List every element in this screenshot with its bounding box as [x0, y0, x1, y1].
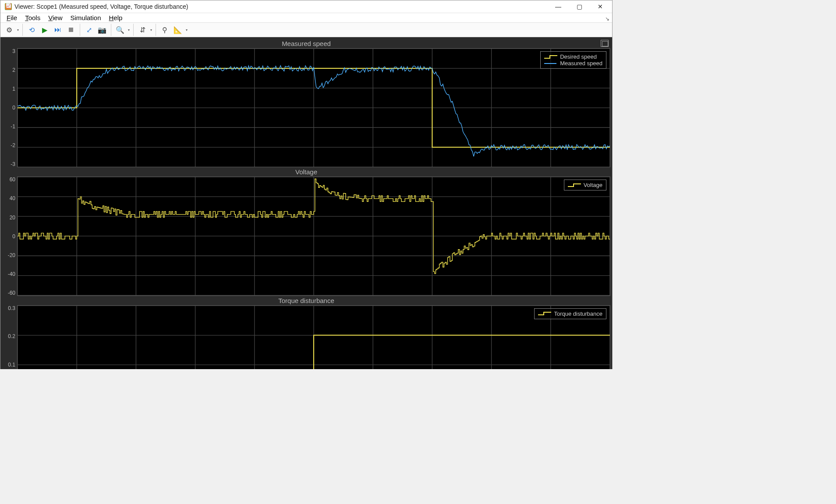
- measurements-icon[interactable]: 📐: [172, 24, 184, 36]
- plots-container: Measured speed 3210-1-2-3 Desired speed …: [0, 37, 612, 369]
- legend-3: Torque disturbance: [534, 308, 606, 319]
- panel-measured-speed: Measured speed 3210-1-2-3 Desired speed …: [2, 39, 610, 167]
- yaxis-1: 3210-1-2-3: [2, 48, 17, 167]
- legend-voltage: Voltage: [584, 182, 602, 188]
- menu-overflow-icon[interactable]: ↘: [605, 16, 609, 22]
- plot-area-1[interactable]: Desired speed Measured speed: [17, 48, 610, 167]
- maximize-button[interactable]: ▢: [569, 0, 589, 13]
- triggers-icon[interactable]: ⚲: [159, 24, 171, 36]
- yaxis-3: 0.30.20.10-0.1: [2, 305, 17, 369]
- plot-area-3[interactable]: Torque disturbance: [17, 305, 610, 369]
- play-icon[interactable]: ▶: [39, 24, 51, 36]
- plot-title-2: Voltage: [2, 167, 610, 176]
- legend-desired: Desired speed: [560, 53, 597, 60]
- menu-help[interactable]: Help: [106, 13, 126, 22]
- restart-icon[interactable]: ⟲: [25, 24, 38, 36]
- cursor-measure-icon[interactable]: ⤢: [83, 24, 95, 36]
- scope-window: Viewer: Scope1 (Measured speed, Voltage,…: [0, 0, 613, 369]
- yaxis-2: 6040200-20-40-60: [2, 176, 17, 296]
- legend-1: Desired speed Measured speed: [540, 51, 606, 69]
- panel-voltage: Voltage 6040200-20-40-60 Voltage: [2, 167, 610, 296]
- titlebar: Viewer: Scope1 (Measured speed, Voltage,…: [0, 0, 612, 13]
- zoom-icon[interactable]: 🔍: [114, 24, 126, 36]
- gear-icon[interactable]: ⚙: [3, 24, 15, 36]
- close-button[interactable]: ✕: [590, 0, 610, 13]
- menu-tools[interactable]: Tools: [21, 13, 44, 22]
- matlab-icon: [5, 3, 12, 10]
- plot-area-2[interactable]: Voltage: [17, 176, 610, 296]
- minimize-button[interactable]: —: [548, 0, 568, 13]
- menu-simulation[interactable]: Simulation: [67, 13, 104, 22]
- legend-measured: Measured speed: [560, 60, 602, 67]
- step-forward-icon[interactable]: ⏭: [52, 24, 64, 36]
- panel-torque: Torque disturbance 0.30.20.10-0.1 Torque…: [2, 296, 610, 369]
- plot-title-3: Torque disturbance: [2, 296, 610, 305]
- maximize-axes-icon[interactable]: [601, 40, 609, 47]
- legend-torque: Torque disturbance: [554, 310, 602, 317]
- camera-icon[interactable]: 📷: [96, 24, 108, 36]
- window-title: Viewer: Scope1 (Measured speed, Voltage,…: [14, 3, 548, 10]
- stop-icon[interactable]: ⏹: [65, 24, 77, 36]
- plot-title-1: Measured speed: [2, 39, 610, 48]
- menu-file[interactable]: File: [3, 13, 21, 22]
- menu-view[interactable]: View: [45, 13, 66, 22]
- menubar: File Tools View Simulation Help ↘: [0, 13, 612, 23]
- toolbar: ⚙ ⟲ ▶ ⏭ ⏹ ⤢ 📷 🔍 ⇵ ⚲ 📐: [0, 23, 612, 37]
- autoscale-icon[interactable]: ⇵: [136, 24, 149, 36]
- legend-2: Voltage: [564, 180, 606, 190]
